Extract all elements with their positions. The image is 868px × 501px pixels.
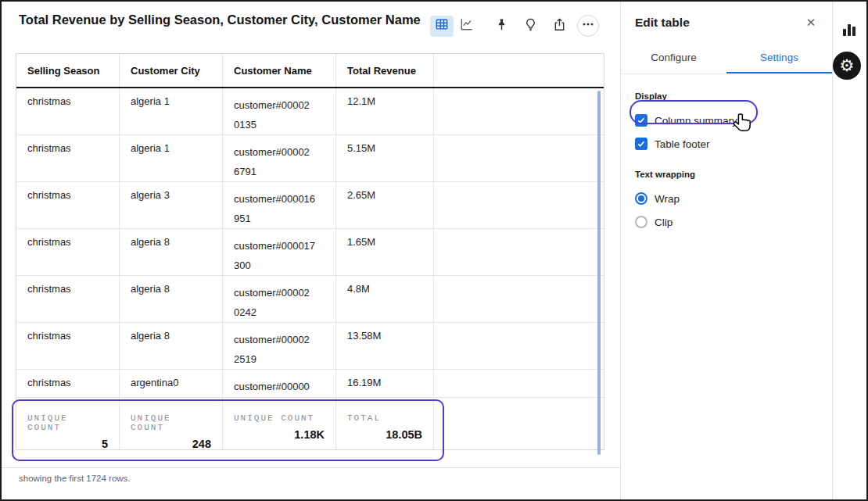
panel-tabs: Configure Settings <box>621 44 832 74</box>
column-summary-checkbox[interactable]: Column summary <box>635 109 818 132</box>
cell-customer-city[interactable]: algeria 1 <box>120 135 223 181</box>
bar-chart-icon <box>841 27 857 40</box>
page-title: Total Revenue by Selling Season, Custome… <box>19 13 421 27</box>
cell-empty[interactable] <box>434 88 604 134</box>
cell-customer-name[interactable]: customer#000016951 <box>223 182 336 228</box>
table-footer-label: Table footer <box>655 138 710 150</box>
table-row[interactable]: christmas argentina0 customer#00000 16.1… <box>16 370 604 398</box>
table-row[interactable]: christmas algeria 1 customer#000026791 5… <box>16 135 604 182</box>
more-button[interactable] <box>577 15 599 37</box>
cell-selling-season[interactable]: christmas <box>16 229 120 275</box>
cell-customer-name[interactable]: customer#00000 <box>223 370 336 397</box>
panel-title: Edit table <box>635 16 690 30</box>
cell-empty[interactable] <box>434 229 604 275</box>
cell-selling-season[interactable]: christmas <box>16 135 120 181</box>
cell-selling-season[interactable]: christmas <box>16 276 120 322</box>
cell-total-revenue[interactable]: 16.19M <box>336 370 434 397</box>
cell-customer-name[interactable]: customer#000026791 <box>223 135 336 181</box>
table-row[interactable]: christmas algeria 1 customer#000020135 1… <box>16 88 604 135</box>
summary-cell-empty <box>434 398 604 449</box>
table-row[interactable]: christmas algeria 8 customer#000022519 1… <box>16 323 604 370</box>
summary-row: UNIQUE COUNT 5 UNIQUE COUNT 248 UNIQUE C… <box>16 398 604 449</box>
cell-customer-name[interactable]: customer#000022519 <box>223 323 336 369</box>
summary-cell: UNIQUE COUNT 1.18K <box>223 398 336 449</box>
cell-customer-city[interactable]: algeria 8 <box>120 323 223 369</box>
close-icon[interactable]: ✕ <box>802 14 820 31</box>
cell-empty[interactable] <box>434 370 604 397</box>
cell-selling-season[interactable]: christmas <box>16 323 120 369</box>
summary-cell: UNIQUE COUNT 248 <box>120 398 223 449</box>
wrap-label: Wrap <box>655 193 680 205</box>
cell-total-revenue[interactable]: 5.15M <box>336 135 434 181</box>
checkbox-checked-icon <box>635 114 647 127</box>
table-view-icon <box>434 16 450 35</box>
cell-total-revenue[interactable]: 2.65M <box>336 182 434 228</box>
column-summary-label: Column summary <box>655 115 737 127</box>
cell-total-revenue[interactable]: 13.58M <box>336 323 434 369</box>
wrap-radio[interactable]: Wrap <box>635 187 818 210</box>
lightbulb-icon <box>523 17 538 35</box>
cell-empty[interactable] <box>434 323 604 369</box>
cell-customer-city[interactable]: algeria 8 <box>120 276 223 322</box>
export-button[interactable] <box>548 15 570 37</box>
table-row[interactable]: christmas algeria 8 customer#000017300 1… <box>16 229 604 276</box>
table-view-button[interactable] <box>430 16 454 37</box>
cell-total-revenue[interactable]: 4.8M <box>336 276 434 322</box>
tab-settings[interactable]: Settings <box>726 44 832 73</box>
panel-header: Edit table ✕ <box>621 2 832 31</box>
cell-customer-city[interactable]: argentina0 <box>120 370 223 397</box>
checkbox-checked-icon <box>635 138 647 150</box>
column-header[interactable]: Customer City <box>120 54 223 87</box>
toolbar <box>430 13 599 38</box>
summary-cell: UNIQUE COUNT 5 <box>16 398 120 449</box>
clip-label: Clip <box>655 217 673 228</box>
tab-configure[interactable]: Configure <box>621 44 726 73</box>
column-header[interactable]: Customer Name <box>223 54 336 87</box>
chart-panel-button[interactable] <box>841 22 857 41</box>
chart-view-button[interactable] <box>455 16 479 37</box>
status-bar: showing the first 1724 rows. <box>2 467 620 483</box>
app-window: Total Revenue by Selling Season, Custome… <box>0 0 868 501</box>
column-header-empty[interactable] <box>434 54 604 87</box>
more-icon <box>582 18 594 34</box>
cell-empty[interactable] <box>434 276 604 322</box>
data-table: Selling Season Customer City Customer Na… <box>16 53 604 450</box>
table-header-row: Selling Season Customer City Customer Na… <box>16 54 604 88</box>
column-header[interactable]: Selling Season <box>16 54 120 87</box>
cell-empty[interactable] <box>434 182 604 228</box>
clip-radio[interactable]: Clip <box>635 210 818 234</box>
radio-unselected-icon <box>635 216 647 228</box>
cell-customer-city[interactable]: algeria 8 <box>120 229 223 275</box>
table-scrollbar[interactable] <box>597 91 601 455</box>
chart-view-icon <box>459 16 475 35</box>
row-count-status: showing the first 1724 rows. <box>19 474 131 483</box>
explore-button[interactable] <box>519 15 541 37</box>
cell-customer-name[interactable]: customer#000017300 <box>223 229 336 275</box>
table-footer-checkbox[interactable]: Table footer <box>635 132 818 156</box>
cell-customer-city[interactable]: algeria 3 <box>120 182 223 228</box>
view-toggle <box>430 16 479 37</box>
summary-cell: TOTAL 18.05B <box>336 398 434 449</box>
cell-total-revenue[interactable]: 12.1M <box>336 88 434 134</box>
edit-table-panel: Edit table ✕ Configure Settings Display … <box>620 2 832 499</box>
gear-icon: ⚙ <box>840 56 855 75</box>
table-row[interactable]: christmas algeria 8 customer#000020242 4… <box>16 276 604 323</box>
cell-selling-season[interactable]: christmas <box>16 182 120 228</box>
display-section-label: Display <box>635 91 818 101</box>
cell-customer-name[interactable]: customer#000020135 <box>223 88 336 134</box>
cell-selling-season[interactable]: christmas <box>16 370 120 397</box>
column-header[interactable]: Total Revenue <box>336 54 434 87</box>
cell-empty[interactable] <box>434 135 604 181</box>
table-row[interactable]: christmas algeria 3 customer#000016951 2… <box>16 182 604 229</box>
cell-customer-name[interactable]: customer#000020242 <box>223 276 336 322</box>
text-wrapping-section-label: Text wrapping <box>635 170 818 179</box>
cell-customer-city[interactable]: algeria 1 <box>120 88 223 134</box>
cell-total-revenue[interactable]: 1.65M <box>336 229 434 275</box>
radio-selected-icon <box>635 192 647 205</box>
panel-body: Display Column summary Table footer Text… <box>621 74 832 234</box>
pin-icon <box>494 17 509 35</box>
cell-selling-season[interactable]: christmas <box>16 88 120 134</box>
export-icon <box>552 17 567 35</box>
pin-button[interactable] <box>490 15 512 37</box>
settings-gear-button[interactable]: ⚙ <box>833 52 861 80</box>
